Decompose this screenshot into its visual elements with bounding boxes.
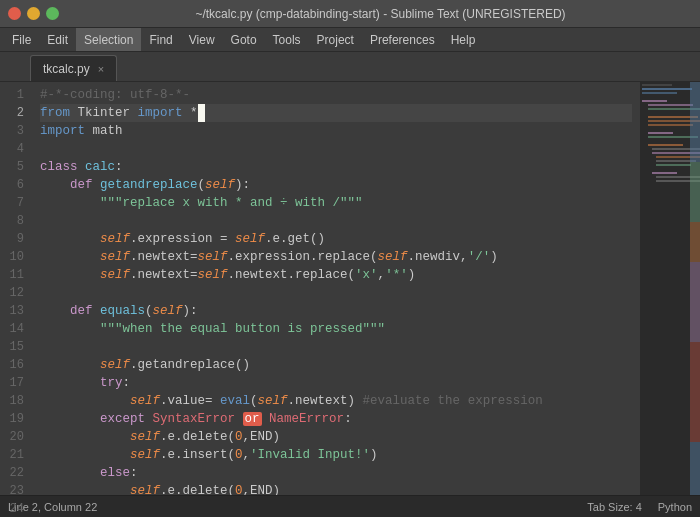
code-line-15 [40, 338, 632, 356]
window-controls [8, 7, 59, 20]
svg-rect-23 [690, 222, 700, 262]
line-num-23: 23 [0, 482, 24, 500]
minimap [640, 82, 700, 495]
svg-rect-25 [690, 342, 700, 442]
code-line-19: except SyntaxError or NameErrror: [40, 410, 632, 428]
menu-goto[interactable]: Goto [223, 28, 265, 51]
menu-tools[interactable]: Tools [265, 28, 309, 51]
tab-size[interactable]: Tab Size: 4 [587, 501, 641, 513]
svg-rect-12 [648, 144, 683, 146]
code-line-22: else: [40, 464, 632, 482]
code-line-6: def getandreplace(self): [40, 176, 632, 194]
line-num-1: 1 [0, 86, 24, 104]
line-num-9: 9 [0, 230, 24, 248]
svg-rect-24 [690, 262, 700, 342]
code-line-9: self.expression = self.e.get() [40, 230, 632, 248]
svg-rect-26 [690, 442, 700, 495]
line-num-5: 5 [0, 158, 24, 176]
menu-help[interactable]: Help [443, 28, 484, 51]
tab-bar: ◀ ▶ tkcalc.py × ▼ [0, 52, 700, 82]
line-num-21: 21 [0, 446, 24, 464]
svg-rect-5 [648, 104, 693, 106]
menu-preferences[interactable]: Preferences [362, 28, 443, 51]
line-numbers: 1 2 3 4 5 6 7 8 9 10 11 12 13 14 15 16 1… [0, 82, 32, 495]
line-num-17: 17 [0, 374, 24, 392]
line-num-16: 16 [0, 356, 24, 374]
svg-rect-21 [690, 82, 700, 162]
svg-rect-18 [652, 172, 677, 174]
code-line-20: self.e.delete(0,END) [40, 428, 632, 446]
svg-rect-9 [648, 124, 693, 126]
code-line-3: import math [40, 122, 632, 140]
line-num-14: 14 [0, 320, 24, 338]
code-line-18: self.value= eval(self.newtext) #evaluate… [40, 392, 632, 410]
code-line-13: def equals(self): [40, 302, 632, 320]
code-line-8 [40, 212, 632, 230]
line-num-10: 10 [0, 248, 24, 266]
code-line-16: self.getandreplace() [40, 356, 632, 374]
menu-view[interactable]: View [181, 28, 223, 51]
line-num-15: 15 [0, 338, 24, 356]
editor-container: 1 2 3 4 5 6 7 8 9 10 11 12 13 14 15 16 1… [0, 82, 700, 495]
status-bar: Line 2, Column 22 Tab Size: 4 Python [0, 495, 700, 517]
maximize-button[interactable] [46, 7, 59, 20]
code-line-12 [40, 284, 632, 302]
line-num-24: 24 [0, 500, 24, 517]
line-num-2: 2 [0, 104, 24, 122]
close-button[interactable] [8, 7, 21, 20]
code-editor[interactable]: #-*-coding: utf-8-*- from Tkinter import… [32, 82, 640, 495]
file-tab[interactable]: tkcalc.py × [30, 55, 117, 81]
svg-rect-4 [642, 100, 667, 102]
svg-rect-3 [642, 92, 677, 94]
svg-rect-1 [642, 84, 672, 86]
code-line-14: """when the equal button is pressed""" [40, 320, 632, 338]
line-num-19: 19 [0, 410, 24, 428]
code-line-4 [40, 140, 632, 158]
line-num-8: 8 [0, 212, 24, 230]
title-bar: ~/tkcalc.py (cmp-databinding-start) - Su… [0, 0, 700, 28]
code-line-7: """replace x with * and ÷ with /""" [40, 194, 632, 212]
line-num-22: 22 [0, 464, 24, 482]
svg-rect-10 [648, 132, 673, 134]
window-title: ~/tkcalc.py (cmp-databinding-start) - Su… [69, 7, 692, 21]
language-mode[interactable]: Python [658, 501, 692, 513]
line-num-12: 12 [0, 284, 24, 302]
menu-find[interactable]: Find [141, 28, 180, 51]
code-line-1: #-*-coding: utf-8-*- [40, 86, 632, 104]
line-num-7: 7 [0, 194, 24, 212]
tab-filename: tkcalc.py [43, 62, 90, 76]
line-num-18: 18 [0, 392, 24, 410]
menu-bar: File Edit Selection Find View Goto Tools… [0, 28, 700, 52]
line-num-20: 20 [0, 428, 24, 446]
line-num-11: 11 [0, 266, 24, 284]
line-num-13: 13 [0, 302, 24, 320]
svg-rect-17 [656, 164, 691, 166]
menu-edit[interactable]: Edit [39, 28, 76, 51]
tab-close-icon[interactable]: × [98, 63, 104, 75]
menu-project[interactable]: Project [309, 28, 362, 51]
line-num-4: 4 [0, 140, 24, 158]
svg-rect-2 [642, 88, 692, 90]
code-line-21: self.e.insert(0,'Invalid Input!') [40, 446, 632, 464]
menu-file[interactable]: File [4, 28, 39, 51]
line-num-6: 6 [0, 176, 24, 194]
code-line-23: self.e.delete(0,END) [40, 482, 632, 495]
menu-selection[interactable]: Selection [76, 28, 141, 51]
status-right: Tab Size: 4 Python [587, 501, 692, 513]
minimize-button[interactable] [27, 7, 40, 20]
code-line-11: self.newtext=self.newtext.replace('x','*… [40, 266, 632, 284]
code-line-10: self.newtext=self.expression.replace(sel… [40, 248, 632, 266]
line-num-3: 3 [0, 122, 24, 140]
code-line-2: from Tkinter import * [40, 104, 632, 122]
svg-rect-22 [690, 162, 700, 222]
code-line-17: try: [40, 374, 632, 392]
code-line-5: class calc: [40, 158, 632, 176]
